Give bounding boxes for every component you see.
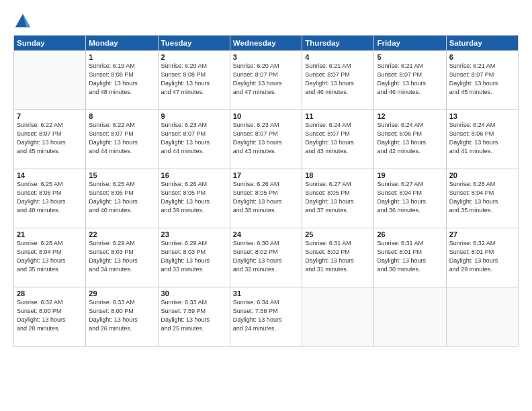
day-number: 29: [89, 289, 154, 298]
day-info: Sunrise: 6:21 AM Sunset: 8:07 PM Dayligh…: [377, 62, 443, 97]
calendar-cell: 18Sunrise: 6:27 AM Sunset: 8:05 PM Dayli…: [302, 169, 374, 228]
day-info: Sunrise: 6:24 AM Sunset: 8:06 PM Dayligh…: [377, 121, 443, 156]
calendar-cell: 15Sunrise: 6:25 AM Sunset: 8:06 PM Dayli…: [86, 169, 158, 228]
day-number: 19: [377, 171, 443, 179]
calendar-cell: 11Sunrise: 6:24 AM Sunset: 8:07 PM Dayli…: [302, 110, 374, 169]
day-info: Sunrise: 6:30 AM Sunset: 8:02 PM Dayligh…: [233, 239, 299, 274]
calendar-cell: 9Sunrise: 6:23 AM Sunset: 8:07 PM Daylig…: [158, 110, 230, 169]
day-number: 26: [377, 230, 443, 238]
calendar-cell: 27Sunrise: 6:32 AM Sunset: 8:01 PM Dayli…: [446, 228, 518, 287]
day-number: 7: [17, 112, 83, 120]
day-info: Sunrise: 6:28 AM Sunset: 8:04 PM Dayligh…: [17, 239, 83, 274]
day-info: Sunrise: 6:23 AM Sunset: 8:07 PM Dayligh…: [233, 121, 299, 156]
calendar-cell: 23Sunrise: 6:29 AM Sunset: 8:03 PM Dayli…: [158, 228, 230, 287]
calendar-header-friday: Friday: [374, 36, 446, 51]
day-number: 30: [161, 289, 227, 298]
logo: [13, 12, 34, 31]
day-number: 2: [161, 53, 227, 61]
calendar-cell: 24Sunrise: 6:30 AM Sunset: 8:02 PM Dayli…: [230, 228, 302, 287]
day-info: Sunrise: 6:34 AM Sunset: 7:58 PM Dayligh…: [233, 298, 299, 333]
day-info: Sunrise: 6:33 AM Sunset: 7:59 PM Dayligh…: [161, 298, 227, 333]
day-number: 14: [17, 171, 83, 179]
day-number: 21: [17, 230, 83, 238]
day-info: Sunrise: 6:28 AM Sunset: 8:04 PM Dayligh…: [449, 180, 515, 215]
calendar-cell: 19Sunrise: 6:27 AM Sunset: 8:04 PM Dayli…: [374, 169, 446, 228]
calendar-week-row: 28Sunrise: 6:32 AM Sunset: 8:00 PM Dayli…: [14, 287, 519, 347]
day-info: Sunrise: 6:22 AM Sunset: 8:07 PM Dayligh…: [17, 121, 83, 156]
calendar-header-tuesday: Tuesday: [158, 36, 230, 51]
day-info: Sunrise: 6:25 AM Sunset: 8:06 PM Dayligh…: [17, 180, 83, 215]
calendar-cell: 21Sunrise: 6:28 AM Sunset: 8:04 PM Dayli…: [14, 228, 86, 287]
calendar-table: SundayMondayTuesdayWednesdayThursdayFrid…: [13, 35, 519, 347]
calendar-cell: 3Sunrise: 6:20 AM Sunset: 8:07 PM Daylig…: [230, 51, 302, 110]
day-info: Sunrise: 6:19 AM Sunset: 8:08 PM Dayligh…: [89, 62, 154, 97]
day-number: 8: [89, 112, 154, 120]
calendar-week-row: 7Sunrise: 6:22 AM Sunset: 8:07 PM Daylig…: [14, 110, 519, 169]
page: SundayMondayTuesdayWednesdayThursdayFrid…: [0, 0, 532, 411]
calendar-cell: 1Sunrise: 6:19 AM Sunset: 8:08 PM Daylig…: [86, 51, 158, 110]
calendar-cell: 20Sunrise: 6:28 AM Sunset: 8:04 PM Dayli…: [446, 169, 518, 228]
day-info: Sunrise: 6:27 AM Sunset: 8:04 PM Dayligh…: [377, 180, 443, 215]
calendar-header-sunday: Sunday: [14, 36, 86, 51]
calendar-header-saturday: Saturday: [446, 36, 518, 51]
day-info: Sunrise: 6:20 AM Sunset: 8:07 PM Dayligh…: [233, 62, 299, 97]
day-number: 24: [233, 230, 299, 238]
calendar-cell: 25Sunrise: 6:31 AM Sunset: 8:02 PM Dayli…: [302, 228, 374, 287]
calendar-header-row: SundayMondayTuesdayWednesdayThursdayFrid…: [14, 36, 519, 51]
calendar-cell: 10Sunrise: 6:23 AM Sunset: 8:07 PM Dayli…: [230, 110, 302, 169]
calendar-cell: [446, 287, 518, 347]
day-info: Sunrise: 6:33 AM Sunset: 8:00 PM Dayligh…: [89, 298, 154, 333]
calendar-cell: [302, 287, 374, 347]
day-number: 17: [233, 171, 299, 179]
day-number: 22: [89, 230, 154, 238]
calendar-week-row: 21Sunrise: 6:28 AM Sunset: 8:04 PM Dayli…: [14, 228, 519, 287]
day-number: 18: [305, 171, 371, 179]
logo-icon: [13, 12, 32, 31]
day-number: 28: [17, 289, 83, 298]
day-info: Sunrise: 6:26 AM Sunset: 8:05 PM Dayligh…: [233, 180, 299, 215]
day-number: 11: [305, 112, 371, 120]
calendar-cell: 4Sunrise: 6:21 AM Sunset: 8:07 PM Daylig…: [302, 51, 374, 110]
day-info: Sunrise: 6:21 AM Sunset: 8:07 PM Dayligh…: [449, 62, 515, 97]
day-info: Sunrise: 6:21 AM Sunset: 8:07 PM Dayligh…: [305, 62, 371, 97]
day-info: Sunrise: 6:22 AM Sunset: 8:07 PM Dayligh…: [89, 121, 154, 156]
day-info: Sunrise: 6:29 AM Sunset: 8:03 PM Dayligh…: [161, 239, 227, 274]
calendar-cell: 31Sunrise: 6:34 AM Sunset: 7:58 PM Dayli…: [230, 287, 302, 347]
day-number: 20: [449, 171, 515, 179]
day-number: 5: [377, 53, 443, 61]
calendar-cell: 22Sunrise: 6:29 AM Sunset: 8:03 PM Dayli…: [86, 228, 158, 287]
day-number: 27: [449, 230, 515, 238]
calendar-cell: 30Sunrise: 6:33 AM Sunset: 7:59 PM Dayli…: [158, 287, 230, 347]
calendar-cell: 26Sunrise: 6:31 AM Sunset: 8:01 PM Dayli…: [374, 228, 446, 287]
calendar-week-row: 14Sunrise: 6:25 AM Sunset: 8:06 PM Dayli…: [14, 169, 519, 228]
calendar-week-row: 1Sunrise: 6:19 AM Sunset: 8:08 PM Daylig…: [14, 51, 519, 110]
day-number: 6: [449, 53, 515, 61]
calendar-cell: 8Sunrise: 6:22 AM Sunset: 8:07 PM Daylig…: [86, 110, 158, 169]
day-info: Sunrise: 6:25 AM Sunset: 8:06 PM Dayligh…: [89, 180, 154, 215]
day-number: 25: [305, 230, 371, 238]
day-info: Sunrise: 6:26 AM Sunset: 8:05 PM Dayligh…: [161, 180, 227, 215]
day-number: 15: [89, 171, 154, 179]
calendar-cell: 13Sunrise: 6:24 AM Sunset: 8:06 PM Dayli…: [446, 110, 518, 169]
day-number: 13: [449, 112, 515, 120]
day-info: Sunrise: 6:23 AM Sunset: 8:07 PM Dayligh…: [161, 121, 227, 156]
day-info: Sunrise: 6:24 AM Sunset: 8:07 PM Dayligh…: [305, 121, 371, 156]
day-number: 10: [233, 112, 299, 120]
calendar-cell: 17Sunrise: 6:26 AM Sunset: 8:05 PM Dayli…: [230, 169, 302, 228]
day-number: 23: [161, 230, 227, 238]
day-number: 31: [233, 289, 299, 298]
day-info: Sunrise: 6:29 AM Sunset: 8:03 PM Dayligh…: [89, 239, 154, 274]
day-number: 3: [233, 53, 299, 61]
day-number: 12: [377, 112, 443, 120]
calendar-cell: 7Sunrise: 6:22 AM Sunset: 8:07 PM Daylig…: [14, 110, 86, 169]
header: [13, 12, 519, 31]
calendar-cell: 28Sunrise: 6:32 AM Sunset: 8:00 PM Dayli…: [14, 287, 86, 347]
calendar-header-monday: Monday: [86, 36, 158, 51]
calendar-cell: 12Sunrise: 6:24 AM Sunset: 8:06 PM Dayli…: [374, 110, 446, 169]
day-number: 4: [305, 53, 371, 61]
day-number: 1: [89, 53, 154, 61]
calendar-cell: 29Sunrise: 6:33 AM Sunset: 8:00 PM Dayli…: [86, 287, 158, 347]
day-info: Sunrise: 6:24 AM Sunset: 8:06 PM Dayligh…: [449, 121, 515, 156]
day-info: Sunrise: 6:32 AM Sunset: 8:01 PM Dayligh…: [449, 239, 515, 274]
calendar-cell: 16Sunrise: 6:26 AM Sunset: 8:05 PM Dayli…: [158, 169, 230, 228]
